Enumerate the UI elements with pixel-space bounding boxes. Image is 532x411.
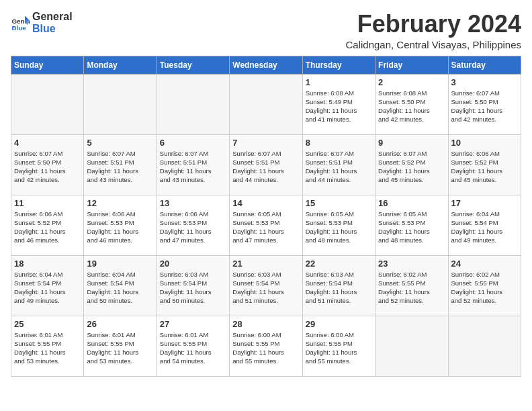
day-number: 15	[306, 198, 372, 208]
calendar-cell	[375, 316, 448, 376]
day-detail: Sunrise: 6:02 AM Sunset: 5:55 PM Dayligh…	[378, 270, 445, 306]
day-detail: Sunrise: 6:08 AM Sunset: 5:49 PM Dayligh…	[306, 89, 372, 124]
day-detail: Sunrise: 6:05 AM Sunset: 5:53 PM Dayligh…	[232, 210, 299, 245]
day-detail: Sunrise: 6:01 AM Sunset: 5:55 PM Dayligh…	[160, 330, 226, 366]
day-number: 26	[87, 319, 153, 329]
calendar-cell: 18Sunrise: 6:04 AM Sunset: 5:54 PM Dayli…	[11, 255, 84, 316]
day-number: 6	[160, 138, 226, 148]
calendar-cell: 7Sunrise: 6:07 AM Sunset: 5:51 PM Daylig…	[230, 134, 302, 195]
day-detail: Sunrise: 6:03 AM Sunset: 5:54 PM Dayligh…	[160, 270, 226, 306]
logo: General Blue General Blue	[11, 11, 73, 34]
day-detail: Sunrise: 6:04 AM Sunset: 5:54 PM Dayligh…	[14, 270, 81, 306]
week-row-2: 4Sunrise: 6:07 AM Sunset: 5:50 PM Daylig…	[11, 134, 521, 195]
day-number: 13	[160, 198, 226, 208]
calendar-cell: 9Sunrise: 6:07 AM Sunset: 5:52 PM Daylig…	[375, 134, 448, 195]
week-row-4: 18Sunrise: 6:04 AM Sunset: 5:54 PM Dayli…	[11, 255, 521, 316]
calendar-cell: 3Sunrise: 6:07 AM Sunset: 5:50 PM Daylig…	[448, 74, 521, 134]
calendar-cell: 4Sunrise: 6:07 AM Sunset: 5:50 PM Daylig…	[11, 134, 84, 195]
calendar-cell: 15Sunrise: 6:05 AM Sunset: 5:53 PM Dayli…	[302, 195, 375, 255]
col-header-wednesday: Wednesday	[230, 56, 302, 74]
col-header-saturday: Saturday	[448, 56, 521, 74]
day-number: 27	[160, 319, 226, 329]
day-number: 9	[378, 138, 445, 148]
week-row-3: 11Sunrise: 6:06 AM Sunset: 5:52 PM Dayli…	[11, 195, 521, 255]
calendar-cell: 10Sunrise: 6:06 AM Sunset: 5:52 PM Dayli…	[448, 134, 521, 195]
calendar-cell	[230, 74, 302, 134]
calendar-table: SundayMondayTuesdayWednesdayThursdayFrid…	[11, 56, 521, 377]
calendar-cell: 23Sunrise: 6:02 AM Sunset: 5:55 PM Dayli…	[375, 255, 448, 316]
calendar-cell: 5Sunrise: 6:07 AM Sunset: 5:51 PM Daylig…	[84, 134, 157, 195]
logo-text-general: General	[32, 11, 73, 23]
calendar-cell: 19Sunrise: 6:04 AM Sunset: 5:54 PM Dayli…	[84, 255, 157, 316]
day-number: 10	[451, 138, 518, 148]
calendar-cell: 17Sunrise: 6:04 AM Sunset: 5:54 PM Dayli…	[448, 195, 521, 255]
day-detail: Sunrise: 6:06 AM Sunset: 5:52 PM Dayligh…	[451, 149, 518, 185]
day-number: 1	[306, 77, 372, 87]
calendar-cell: 25Sunrise: 6:01 AM Sunset: 5:55 PM Dayli…	[11, 316, 84, 376]
calendar-cell: 13Sunrise: 6:06 AM Sunset: 5:53 PM Dayli…	[157, 195, 229, 255]
day-detail: Sunrise: 6:02 AM Sunset: 5:55 PM Dayligh…	[451, 270, 518, 306]
day-detail: Sunrise: 6:03 AM Sunset: 5:54 PM Dayligh…	[306, 270, 372, 306]
day-detail: Sunrise: 6:08 AM Sunset: 5:50 PM Dayligh…	[378, 89, 445, 124]
day-detail: Sunrise: 6:07 AM Sunset: 5:51 PM Dayligh…	[306, 149, 372, 185]
location: Calidngan, Central Visayas, Philippines	[345, 39, 521, 50]
day-number: 19	[87, 259, 153, 269]
day-detail: Sunrise: 6:06 AM Sunset: 5:53 PM Dayligh…	[87, 210, 153, 245]
day-detail: Sunrise: 6:04 AM Sunset: 5:54 PM Dayligh…	[87, 270, 153, 306]
header: General Blue General Blue February 2024 …	[11, 11, 521, 50]
day-number: 5	[87, 138, 153, 148]
day-number: 23	[378, 259, 445, 269]
logo-icon: General Blue	[11, 13, 30, 32]
day-detail: Sunrise: 6:03 AM Sunset: 5:54 PM Dayligh…	[232, 270, 299, 306]
calendar-cell: 8Sunrise: 6:07 AM Sunset: 5:51 PM Daylig…	[302, 134, 375, 195]
calendar-cell: 12Sunrise: 6:06 AM Sunset: 5:53 PM Dayli…	[84, 195, 157, 255]
calendar-cell	[157, 74, 229, 134]
day-number: 14	[232, 198, 299, 208]
col-header-friday: Friday	[375, 56, 448, 74]
col-header-monday: Monday	[84, 56, 157, 74]
calendar-cell: 14Sunrise: 6:05 AM Sunset: 5:53 PM Dayli…	[230, 195, 302, 255]
day-number: 8	[306, 138, 372, 148]
day-detail: Sunrise: 6:00 AM Sunset: 5:55 PM Dayligh…	[306, 330, 372, 366]
logo-text-blue: Blue	[32, 23, 73, 35]
calendar-cell	[84, 74, 157, 134]
day-number: 20	[160, 259, 226, 269]
day-detail: Sunrise: 6:05 AM Sunset: 5:53 PM Dayligh…	[306, 210, 372, 245]
calendar-cell: 22Sunrise: 6:03 AM Sunset: 5:54 PM Dayli…	[302, 255, 375, 316]
day-number: 17	[451, 198, 518, 208]
day-number: 2	[378, 77, 445, 87]
calendar-cell: 2Sunrise: 6:08 AM Sunset: 5:50 PM Daylig…	[375, 74, 448, 134]
calendar-cell: 1Sunrise: 6:08 AM Sunset: 5:49 PM Daylig…	[302, 74, 375, 134]
day-detail: Sunrise: 6:07 AM Sunset: 5:50 PM Dayligh…	[451, 89, 518, 124]
week-row-5: 25Sunrise: 6:01 AM Sunset: 5:55 PM Dayli…	[11, 316, 521, 376]
day-number: 18	[14, 259, 81, 269]
day-detail: Sunrise: 6:05 AM Sunset: 5:53 PM Dayligh…	[378, 210, 445, 245]
calendar-cell: 28Sunrise: 6:00 AM Sunset: 5:55 PM Dayli…	[230, 316, 302, 376]
calendar-cell: 21Sunrise: 6:03 AM Sunset: 5:54 PM Dayli…	[230, 255, 302, 316]
day-number: 3	[451, 77, 518, 87]
title-area: February 2024 Calidngan, Central Visayas…	[345, 11, 521, 50]
calendar-cell	[11, 74, 84, 134]
calendar-cell: 27Sunrise: 6:01 AM Sunset: 5:55 PM Dayli…	[157, 316, 229, 376]
col-header-thursday: Thursday	[302, 56, 375, 74]
day-detail: Sunrise: 6:07 AM Sunset: 5:51 PM Dayligh…	[160, 149, 226, 185]
day-detail: Sunrise: 6:06 AM Sunset: 5:53 PM Dayligh…	[160, 210, 226, 245]
col-header-sunday: Sunday	[11, 56, 84, 74]
calendar-cell: 20Sunrise: 6:03 AM Sunset: 5:54 PM Dayli…	[157, 255, 229, 316]
month-year: February 2024	[345, 11, 521, 38]
day-detail: Sunrise: 6:06 AM Sunset: 5:52 PM Dayligh…	[14, 210, 81, 245]
day-detail: Sunrise: 6:01 AM Sunset: 5:55 PM Dayligh…	[14, 330, 81, 366]
calendar-header-row: SundayMondayTuesdayWednesdayThursdayFrid…	[11, 56, 521, 74]
day-detail: Sunrise: 6:00 AM Sunset: 5:55 PM Dayligh…	[232, 330, 299, 366]
day-detail: Sunrise: 6:07 AM Sunset: 5:50 PM Dayligh…	[14, 149, 81, 185]
day-number: 22	[306, 259, 372, 269]
week-row-1: 1Sunrise: 6:08 AM Sunset: 5:49 PM Daylig…	[11, 74, 521, 134]
day-number: 29	[306, 319, 372, 329]
col-header-tuesday: Tuesday	[157, 56, 229, 74]
calendar-cell: 6Sunrise: 6:07 AM Sunset: 5:51 PM Daylig…	[157, 134, 229, 195]
day-detail: Sunrise: 6:07 AM Sunset: 5:52 PM Dayligh…	[378, 149, 445, 185]
day-number: 12	[87, 198, 153, 208]
calendar-cell: 24Sunrise: 6:02 AM Sunset: 5:55 PM Dayli…	[448, 255, 521, 316]
day-detail: Sunrise: 6:07 AM Sunset: 5:51 PM Dayligh…	[232, 149, 299, 185]
calendar-cell: 29Sunrise: 6:00 AM Sunset: 5:55 PM Dayli…	[302, 316, 375, 376]
